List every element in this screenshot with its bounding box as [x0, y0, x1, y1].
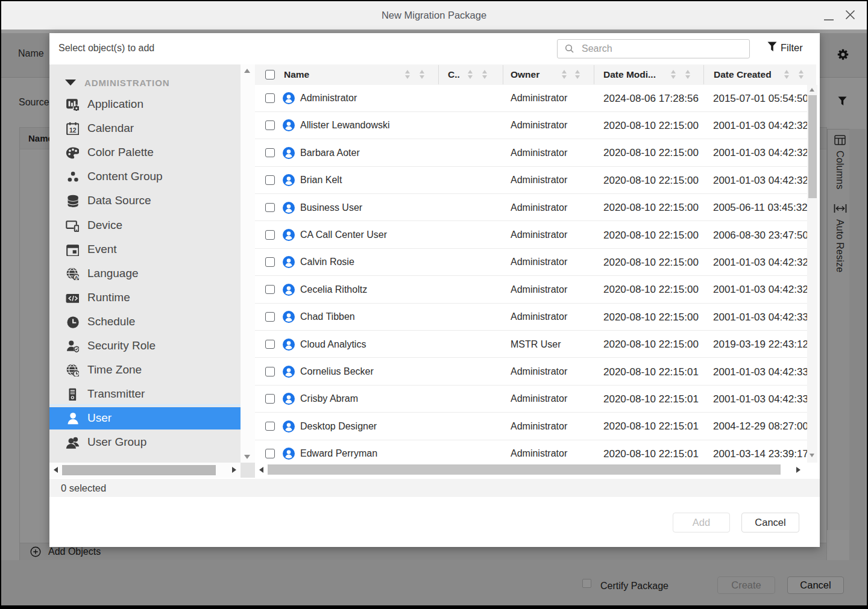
svg-text:12: 12	[69, 127, 77, 134]
svg-text:A: A	[74, 275, 78, 280]
